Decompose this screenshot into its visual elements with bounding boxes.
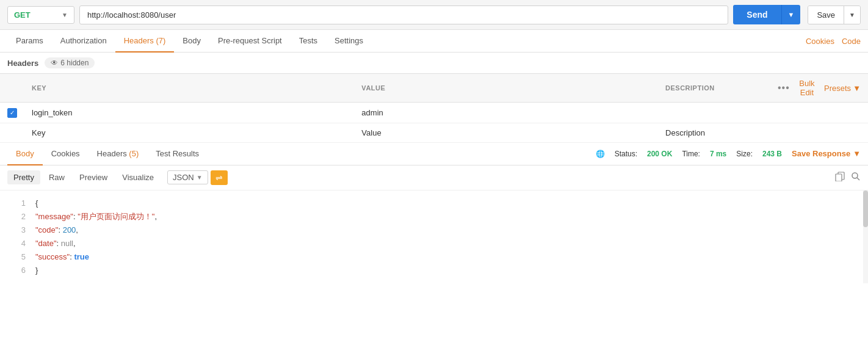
format-pretty-button[interactable]: Pretty [7,170,40,184]
code-content: "success": true [35,250,861,264]
resp-tab-body[interactable]: Body [7,143,43,165]
presets-label: Presets [824,84,851,93]
resp-headers-badge: (5) [129,149,139,158]
hidden-count: 6 hidden [60,59,89,67]
placeholder-checkbox-cell [0,123,24,142]
line-number: 2 [7,210,26,223]
row-checkbox-cell[interactable]: ✓ [0,103,24,123]
save-response-label: Save Response [792,149,850,158]
copy-icon-button[interactable] [835,172,845,184]
resp-meta: 🌐 Status: 200 OK Time: 7 ms Size: 243 B … [596,149,861,158]
checkbox-checked-icon: ✓ [7,108,17,118]
code-line-6: 6 } [0,264,868,277]
resp-size-value: 243 B [762,150,782,158]
resp-tab-headers[interactable]: Headers (5) [89,143,148,165]
svg-line-3 [857,178,859,180]
tab-tests[interactable]: Tests [291,30,326,53]
resp-status-value: 200 OK [647,150,672,158]
col-key-header: KEY [24,74,354,103]
save-response-chevron-icon: ▼ [853,149,861,158]
row-key-cell[interactable]: login_token [24,103,354,123]
response-tabs: Body Cookies Headers (5) Test Results 🌐 … [0,143,868,165]
format-raw-button[interactable]: Raw [43,170,71,184]
resp-status-label: Status: [615,150,637,158]
line-number: 6 [7,264,26,277]
request-tabs: Params Authorization Headers (7) Body Pr… [0,30,868,53]
headers-table: KEY VALUE DESCRIPTION ••• Bulk Edit Pres… [0,74,868,143]
placeholder-desc-cell[interactable]: Description [658,123,770,142]
code-line-2: 2 "message": "用户页面访问成功！", [0,210,868,223]
wrap-button[interactable]: ⇌ [211,170,228,185]
headers-label: Headers [7,59,38,68]
code-line-5: 5 "success": true [0,250,868,264]
table-row-placeholder: Key Value Description [0,123,868,142]
placeholder-actions-cell [770,123,868,142]
presets-chevron-icon: ▼ [853,84,861,93]
code-content: "code": 200, [35,223,861,237]
row-value-cell[interactable]: admin [354,103,658,123]
resp-time-value: 7 ms [710,150,726,158]
hidden-badge[interactable]: 👁 6 hidden [45,57,95,68]
col-value-header: VALUE [354,74,658,103]
search-icon-button[interactable] [851,172,861,184]
cookies-link[interactable]: Cookies [806,31,834,52]
method-value: GET [14,10,31,20]
save-button[interactable]: Save [808,6,844,24]
code-content: "message": "用户页面访问成功！", [35,210,861,223]
url-input[interactable] [79,5,728,24]
eye-icon: 👁 [51,59,58,67]
placeholder-key-cell[interactable]: Key [24,123,354,142]
col-checkbox [0,74,24,103]
tab-params[interactable]: Params [7,30,52,53]
tab-authorization[interactable]: Authorization [52,30,115,53]
table-row: ✓ login_token admin [0,103,868,123]
code-line-4: 4 "date": null, [0,237,868,250]
json-format-chevron-icon: ▼ [197,174,203,181]
globe-icon: 🌐 [596,150,605,158]
req-tab-right: Cookies Code [806,31,861,52]
scrollbar-track [863,191,868,284]
format-icons [835,172,861,184]
resp-tab-test-results[interactable]: Test Results [147,143,208,165]
tab-body[interactable]: Body [174,30,209,53]
send-button[interactable]: Send [733,5,781,24]
svg-point-2 [852,173,858,178]
row-desc-cell[interactable] [658,103,770,123]
line-number: 5 [7,250,26,264]
format-visualize-button[interactable]: Visualize [116,170,160,184]
col-actions-header: ••• Bulk Edit Presets ▼ [770,74,868,103]
method-select[interactable]: GET ▼ [7,6,74,24]
more-options-button[interactable]: ••• [778,82,790,93]
headers-badge: (7) [156,36,165,45]
placeholder-value-cell[interactable]: Value [354,123,658,142]
send-dropdown-button[interactable]: ▼ [781,5,801,24]
code-output: 1 { 2 "message": "用户页面访问成功！", 3 "code": … [0,191,868,284]
svg-rect-1 [836,174,842,181]
resp-size-label: Size: [736,150,753,158]
save-response-button[interactable]: Save Response ▼ [792,149,861,158]
tab-headers[interactable]: Headers (7) [115,30,175,53]
bulk-edit-button[interactable]: Bulk Edit [796,79,818,97]
format-bar: Pretty Raw Preview Visualize JSON ▼ ⇌ [0,165,868,191]
top-bar: GET ▼ Send ▼ Save ▼ [0,0,868,30]
col-desc-header: DESCRIPTION [658,74,770,103]
code-content: "date": null, [35,237,861,250]
presets-button[interactable]: Presets ▼ [824,84,861,93]
row-actions-cell [770,103,868,123]
response-section: Body Cookies Headers (5) Test Results 🌐 … [0,143,868,284]
save-dropdown-button[interactable]: ▼ [844,6,860,24]
format-preview-button[interactable]: Preview [73,170,114,184]
code-line-1: 1 { [0,197,868,210]
line-number: 4 [7,237,26,250]
resp-time-label: Time: [682,150,700,158]
tab-pre-request-script[interactable]: Pre-request Script [209,30,291,53]
scrollbar-thumb[interactable] [863,191,868,227]
line-number: 3 [7,223,26,237]
json-format-select[interactable]: JSON ▼ [167,170,208,184]
resp-tab-cookies[interactable]: Cookies [43,143,89,165]
tab-settings[interactable]: Settings [326,30,372,53]
method-chevron-icon: ▼ [62,12,68,18]
json-format-label: JSON [173,173,194,182]
code-link[interactable]: Code [842,31,861,52]
code-line-3: 3 "code": 200, [0,223,868,237]
